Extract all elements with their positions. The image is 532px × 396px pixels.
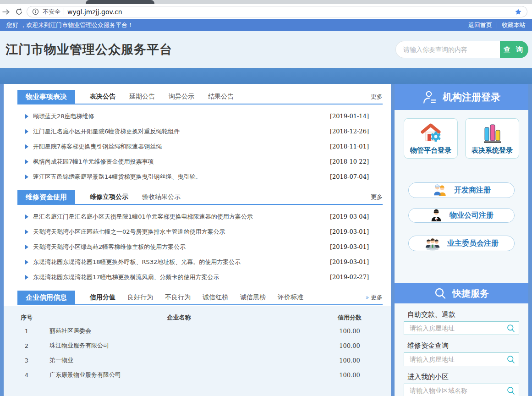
col-header-name: 企业名称 [49, 314, 308, 322]
cell-no: 1 [4, 328, 49, 335]
credit-table: 序号 企业名称 信用分数 1 丽苑社区居委会 100.00 2 珠江物业服务有限… [4, 306, 391, 396]
businessman-icon [429, 209, 443, 222]
address-bar[interactable]: 不安全 wygl.jmzjj.gov.cn [27, 6, 527, 17]
bullet-arrow-icon [25, 144, 28, 149]
table-row[interactable]: 2 珠江物业服务有限公司 100.00 [4, 338, 391, 353]
table-row[interactable]: 4 广东康景物业服务有限公司 100.00 [4, 368, 391, 382]
item-date: [2019-02-27] [324, 274, 369, 280]
repair-fund-query-search [404, 352, 519, 366]
repair-fund-query-input[interactable] [404, 352, 519, 366]
reload-icon[interactable] [14, 7, 24, 17]
tab-result-announce[interactable]: 结果公告 [208, 93, 234, 101]
magnifier-icon[interactable] [506, 386, 516, 395]
cell-score: 100.00 [308, 357, 391, 364]
site-header: 江门市物业管理公众服务平台 查 询 [0, 31, 532, 68]
browser-tab-strip [0, 0, 532, 4]
browser-active-tab[interactable] [86, 0, 154, 4]
tab-delay-announce[interactable]: 延期公告 [129, 93, 155, 101]
search-button[interactable]: 查 询 [500, 41, 528, 58]
tab-good-behavior[interactable]: 良好行为 [127, 293, 153, 302]
info-icon[interactable] [32, 8, 39, 16]
table-row[interactable]: 3 第一物业 100.00 [4, 353, 391, 368]
table-header-row: 序号 企业名称 信用分数 [4, 312, 391, 324]
list-item[interactable]: 枫情尚成花园7幢1单元维修资金使用投票事项[2018-10-22] [25, 154, 369, 169]
bookmark-star-icon[interactable] [514, 8, 522, 16]
content-area: 物业事项表决 表决公告 延期公告 询异公示 结果公告 更多 颐璟蓝天28座电梯维… [0, 84, 532, 396]
tab-voting-announce[interactable]: 表决公告 [90, 93, 115, 101]
cell-name: 第一物业 [49, 356, 308, 364]
cell-no: 3 [4, 357, 49, 364]
voting-system-login-button[interactable]: 表决系统登录 [465, 118, 519, 159]
my-community-label: 进入我的小区 [407, 373, 519, 381]
item-date: [2018-07-04] [324, 173, 369, 180]
security-label: 不安全 [43, 8, 60, 16]
more-link-voting[interactable]: 更多 [371, 93, 383, 101]
my-community-search [404, 384, 519, 396]
voting-system-login-label: 表决系统登录 [472, 146, 513, 155]
tab-bad-behavior[interactable]: 不良行为 [165, 293, 191, 302]
construction-workers-icon [432, 183, 448, 198]
tab-acceptance-result[interactable]: 验收结果公示 [142, 193, 181, 201]
home-link[interactable]: 返回首页 [468, 21, 492, 29]
url-separator [64, 8, 64, 15]
property-platform-login-button[interactable]: 物管平台登录 [404, 118, 458, 159]
property-company-register-button[interactable]: 物业公司注册 [408, 208, 515, 223]
list-item[interactable]: 江门星汇名庭小区开阳星院6幢货梯更换对重反绳轮组件[2018-12-26] [25, 124, 369, 139]
item-date: [2018-11-01] [324, 143, 369, 150]
list-item[interactable]: 东堤湾花园东堤湾花园18幢更换外呼板、RS32地址板、光幕。的使用方案公示[20… [25, 254, 369, 270]
tab-voting-title[interactable]: 物业事项表决 [17, 90, 75, 104]
magnifier-icon[interactable] [506, 355, 516, 364]
voting-list: 颐璟蓝天28座电梯维修[2019-01-14] 江门星汇名庭小区开阳星院6幢货梯… [25, 109, 369, 184]
bullet-arrow-icon [25, 230, 28, 234]
tab-red-list[interactable]: 诚信红榜 [203, 293, 228, 302]
tab-repair-title[interactable]: 维修资金使用 [17, 190, 75, 204]
forward-icon[interactable] [1, 7, 11, 17]
repair-list: 星汇名庭江门星汇名庭小区天衡星院1幢01单元客梯更换电梯限速器的使用方案公示[2… [25, 209, 369, 285]
list-item[interactable]: 蓬江区五邑锦绣豪庭翠景路14幢货梯更换曳引钢丝绳、曳引轮。[2018-07-04… [25, 169, 369, 184]
cell-name: 珠江物业服务有限公司 [49, 341, 308, 350]
developer-register-button[interactable]: 开发商注册 [408, 182, 515, 198]
item-text: 颐璟蓝天28座电梯维修 [33, 112, 94, 121]
bullet-arrow-icon [25, 214, 28, 219]
list-item[interactable]: 开阳星院7栋客梯更换曳引钢丝绳和限速器钢丝绳[2018-11-01] [25, 139, 369, 154]
cell-no: 4 [4, 372, 49, 379]
tab-credit-title[interactable]: 企业信用信息 [17, 291, 75, 304]
tab-eval-standard[interactable]: 评价标准 [278, 293, 303, 302]
main-nav-bar[interactable] [0, 68, 532, 84]
tab-inquiry-publicity[interactable]: 询异公示 [169, 93, 194, 101]
quick-services: 自助交款、退款 维修资金查询 进入我的小区 [395, 303, 528, 396]
more-link-repair[interactable]: 更多 [371, 193, 383, 201]
cell-name: 丽苑社区居委会 [49, 327, 308, 335]
favorite-link[interactable]: 收藏本站 [502, 21, 526, 29]
list-item[interactable]: 颐璟蓝天28座电梯维修[2019-01-14] [25, 109, 369, 124]
tab-black-list[interactable]: 诚信黑榜 [240, 293, 266, 302]
self-payment-input[interactable] [404, 321, 519, 335]
owners-committee-register-button[interactable]: 业主委员会注册 [408, 236, 515, 251]
list-item[interactable]: 天鹅湾天鹅湾小区绿岛苑2幢客梯维修主板的使用方案公示[2019-03-01] [25, 239, 369, 254]
list-item[interactable]: 星汇名庭江门星汇名庭小区天衡星院1幢01单元客梯更换电梯限速器的使用方案公示[2… [25, 209, 369, 224]
section-repair-fund: 维修资金使用 维修立项公示 验收结果公示 更多 星汇名庭江门星汇名庭小区天衡星院… [4, 190, 391, 285]
repair-fund-query-label: 维修资金查询 [407, 341, 519, 350]
table-row[interactable]: 1 丽苑社区居委会 100.00 [4, 324, 391, 338]
list-item[interactable]: 天鹅湾天鹅湾小区庄园苑七幢之一02号房更换排水主管道的使用方案公示[2019-0… [25, 224, 369, 239]
list-item[interactable]: 东堤湾花园东堤湾花园17幢电梯更换横流风扇、分频卡的使用方案公示[2019-02… [25, 270, 369, 285]
url-text[interactable]: wygl.jmzjj.gov.cn [67, 8, 511, 16]
property-platform-login-label: 物管平台登录 [410, 146, 451, 155]
quick-service-title: 快捷服务 [452, 287, 489, 300]
more-link-credit[interactable]: 更多 [366, 293, 383, 302]
register-login-header: 机构注册登录 [395, 84, 528, 110]
tab-repair-project[interactable]: 维修立项公示 [90, 193, 128, 201]
sidebar: 机构注册登录 物管 [395, 84, 528, 396]
house-gear-icon [420, 122, 442, 143]
cell-no: 2 [4, 342, 49, 349]
magnifier-icon[interactable] [506, 324, 516, 333]
item-text: 开阳星院7栋客梯更换曳引钢丝绳和限速器钢丝绳 [33, 143, 162, 151]
item-text: 蓬江区五邑锦绣豪庭翠景路14幢货梯更换曳引钢丝绳、曳引轮。 [33, 173, 202, 181]
search-input[interactable] [395, 41, 500, 58]
login-cards: 物管平台登录 表决系统登录 [395, 118, 528, 159]
tab-credit-score[interactable]: 信用分值 [90, 293, 115, 302]
cell-score: 100.00 [308, 372, 391, 379]
people-group-icon [424, 236, 441, 251]
my-community-input[interactable] [404, 384, 519, 396]
page-title: 江门市物业管理公众服务平台 [5, 41, 172, 58]
